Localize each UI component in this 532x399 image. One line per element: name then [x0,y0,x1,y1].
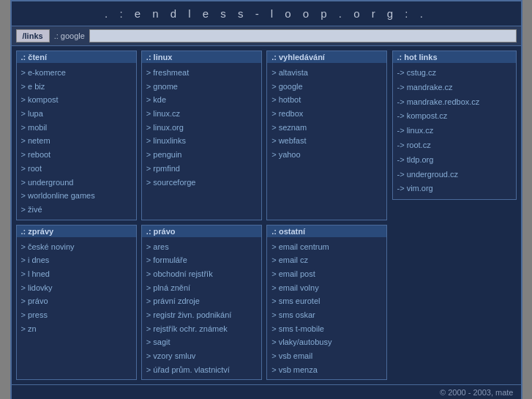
list-item[interactable]: > vsb email [271,349,382,363]
list-item[interactable]: > yahoo [271,148,382,162]
footer-text: © 2000 - 2003, mate [440,388,513,397]
pravo-header: .: právo [142,225,261,237]
site-header: . : e n d l e s s - l o o p . o r g : . [12,1,521,26]
list-item[interactable]: > email volny [271,281,382,295]
ostatni-content: > email centrum> email cz> email post> e… [267,237,386,380]
list-item[interactable]: -> kompost.cz [397,109,512,124]
list-item[interactable]: > zn [21,322,132,336]
list-item[interactable]: > email post [271,267,382,281]
list-item[interactable]: > registr živn. podnikání [146,308,257,322]
list-item[interactable]: > sms t-mobile [271,322,382,336]
list-item[interactable]: > rejstřík ochr. známek [146,322,257,336]
list-item[interactable]: > kde [146,93,257,107]
list-item[interactable]: > google [271,80,382,94]
list-item[interactable]: > hotbot [271,93,382,107]
main-container: . : e n d l e s s - l o o p . o r g : . … [10,0,522,399]
list-item[interactable]: > ares [146,240,257,254]
list-item[interactable]: > altavista [271,66,382,80]
list-item[interactable]: > e-komerce [21,66,132,80]
cteni-section: .: čtení > e-komerce> e biz> kompost> lu… [16,51,137,220]
footer: © 2000 - 2003, mate [12,384,521,399]
list-item[interactable]: > l hned [21,267,132,281]
linux-section: .: linux > freshmeat> gnome> kde> linux.… [141,51,262,220]
list-item[interactable]: > redbox [271,107,382,121]
cteni-header: .: čtení [17,51,136,63]
google-label: .: google [54,31,85,40]
bottom-sections: .: zprávy > české noviny> i dnes> l hned… [16,225,388,381]
zpravy-section: .: zprávy > české noviny> i dnes> l hned… [16,225,137,381]
list-item[interactable]: > české noviny [21,240,132,254]
list-item[interactable]: > webfast [271,134,382,148]
search-input[interactable] [89,29,517,42]
linux-header: .: linux [142,51,261,63]
list-item[interactable]: > e biz [21,80,132,94]
hot-links-section: .: hot links -> cstug.cz-> mandrake.cz->… [392,51,517,200]
list-item[interactable]: > linux.org [146,121,257,135]
ostatni-header: .: ostatní [267,225,386,237]
list-item[interactable]: -> root.cz [397,138,512,153]
vyhledavani-header: .: vyhledávání [267,51,386,63]
list-item[interactable]: > formuláře [146,253,257,267]
cteni-content: > e-komerce> e biz> kompost> lupa> mobil… [17,63,136,220]
list-item[interactable]: > kompost [21,93,132,107]
list-item[interactable]: > email cz [271,253,382,267]
top-sections: .: čtení > e-komerce> e biz> kompost> lu… [16,51,388,220]
zpravy-content: > české noviny> i dnes> l hned> lidovky>… [17,237,136,339]
hot-links-header: .: hot links [393,51,516,63]
pravo-section: .: právo > ares> formuláře> obchodní rej… [141,225,262,381]
site-title: . : e n d l e s s - l o o p . o r g : . [105,7,427,20]
list-item[interactable]: > právo [21,294,132,308]
list-item[interactable]: > lupa [21,107,132,121]
list-item[interactable]: > vsb menza [271,363,382,377]
list-item[interactable]: > sms oskar [271,308,382,322]
list-item[interactable]: > linux.cz [146,107,257,121]
nav-bar: /links .: google [12,26,521,46]
list-item[interactable]: -> linux.cz [397,124,512,138]
list-item[interactable]: > penguin [146,148,257,162]
list-item[interactable]: -> mandrake.cz [397,81,512,95]
list-item[interactable]: -> mandrake.redbox.cz [397,95,512,110]
pravo-content: > ares> formuláře> obchodní rejstřík> pl… [142,237,261,380]
vyhledavani-content: > altavista> google> hotbot> redbox> sez… [267,63,386,165]
list-item[interactable]: > sourceforge [146,176,257,190]
links-button[interactable]: /links [16,29,50,42]
vyhledavani-section: .: vyhledávání > altavista> google> hotb… [266,51,387,220]
list-item[interactable]: > root [21,162,132,176]
list-item[interactable]: > vzory smluv [146,349,257,363]
ostatni-section: .: ostatní > email centrum> email cz> em… [266,225,387,381]
list-item[interactable]: -> vim.org [397,182,512,196]
list-item[interactable]: > email centrum [271,240,382,254]
list-item[interactable]: > seznam [271,121,382,135]
list-item[interactable]: > vlaky/autobusy [271,335,382,349]
list-item[interactable]: > právní zdroje [146,294,257,308]
list-item[interactable]: > netem [21,134,132,148]
list-item[interactable]: > sagit [146,335,257,349]
list-item[interactable]: > mobil [21,121,132,135]
left-panel: .: čtení > e-komerce> e biz> kompost> lu… [16,51,388,380]
list-item[interactable]: > rpmfind [146,162,257,176]
list-item[interactable]: > reboot [21,148,132,162]
list-item[interactable]: > plná znění [146,281,257,295]
list-item[interactable]: > i dnes [21,253,132,267]
list-item[interactable]: > úřad prům. vlastnictví [146,363,257,377]
hot-links-content: -> cstug.cz-> mandrake.cz-> mandrake.red… [393,63,516,199]
list-item[interactable]: > gnome [146,80,257,94]
right-panel: .: hot links -> cstug.cz-> mandrake.cz->… [392,51,517,380]
content-area: .: čtení > e-komerce> e biz> kompost> lu… [12,46,521,384]
list-item[interactable]: > sms eurotel [271,294,382,308]
list-item[interactable]: -> undergroud.cz [397,168,512,182]
list-item[interactable]: -> cstug.cz [397,66,512,81]
list-item[interactable]: > freshmeat [146,66,257,80]
list-item[interactable]: > obchodní rejstřík [146,267,257,281]
list-item[interactable]: > underground [21,176,132,190]
list-item[interactable]: > lidovky [21,281,132,295]
list-item[interactable]: > worldonline games [21,189,132,203]
list-item[interactable]: -> tldp.org [397,153,512,168]
list-item[interactable]: > press [21,308,132,322]
list-item[interactable]: > linuxlinks [146,134,257,148]
linux-content: > freshmeat> gnome> kde> linux.cz> linux… [142,63,261,192]
zpravy-header: .: zprávy [17,225,136,237]
list-item[interactable]: > živé [21,203,132,217]
